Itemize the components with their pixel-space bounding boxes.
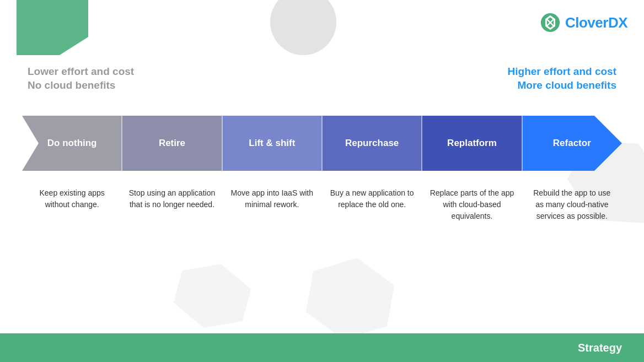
segment-label-0: Do nothing bbox=[47, 138, 97, 149]
logo-text-clover: Clover bbox=[565, 14, 608, 31]
footer-label: Strategy bbox=[578, 342, 622, 354]
deco-shape-top-left bbox=[17, 0, 88, 55]
segment-label-3: Repurchase bbox=[345, 138, 399, 149]
logo-text: CloverDX bbox=[565, 14, 627, 31]
logo: CloverDX bbox=[540, 12, 627, 33]
arrow-segment-replatform: Replatform bbox=[422, 116, 522, 171]
arrow-segment-do-nothing: Do nothing bbox=[22, 116, 122, 171]
description-2: Move app into IaaS with minimal rework. bbox=[222, 187, 322, 222]
deco-hex-bottom-left bbox=[169, 255, 256, 337]
cloverdx-logo-icon bbox=[540, 12, 561, 33]
strategy-arrow: Do nothingRetireLift & shiftRepurchaseRe… bbox=[22, 116, 622, 171]
arrow-segment-retire: Retire bbox=[122, 116, 222, 171]
segment-label-4: Replatform bbox=[447, 138, 497, 149]
segment-label-2: Lift & shift bbox=[249, 138, 295, 149]
label-higher-line1: Higher effort and cost bbox=[508, 65, 616, 79]
label-higher-effort: Higher effort and cost More cloud benefi… bbox=[508, 65, 616, 92]
description-4: Replace parts of the app with cloud-base… bbox=[422, 187, 522, 222]
label-lower-line1: Lower effort and cost bbox=[28, 65, 134, 79]
descriptions-row: Keep existing apps without change.Stop u… bbox=[22, 187, 622, 222]
effort-labels-row: Lower effort and cost No cloud benefits … bbox=[28, 65, 616, 92]
description-1: Stop using an application that is no lon… bbox=[122, 187, 222, 222]
segment-label-5: Refactor bbox=[553, 138, 591, 149]
deco-circle-top bbox=[270, 0, 336, 55]
label-lower-effort: Lower effort and cost No cloud benefits bbox=[28, 65, 134, 92]
segment-label-1: Retire bbox=[159, 138, 185, 149]
description-0: Keep existing apps without change. bbox=[22, 187, 122, 222]
footer-bar: Strategy bbox=[0, 333, 644, 362]
logo-text-dx: DX bbox=[608, 14, 627, 31]
label-lower-line2: No cloud benefits bbox=[28, 79, 134, 93]
deco-hex-bottom-center bbox=[302, 251, 398, 347]
description-3: Buy a new application to replace the old… bbox=[322, 187, 422, 222]
arrow-segment-lift-and-shift: Lift & shift bbox=[222, 116, 322, 171]
label-higher-line2: More cloud benefits bbox=[508, 79, 616, 93]
description-5: Rebuild the app to use as many cloud-nat… bbox=[522, 187, 622, 222]
arrow-segment-repurchase: Repurchase bbox=[322, 116, 422, 171]
